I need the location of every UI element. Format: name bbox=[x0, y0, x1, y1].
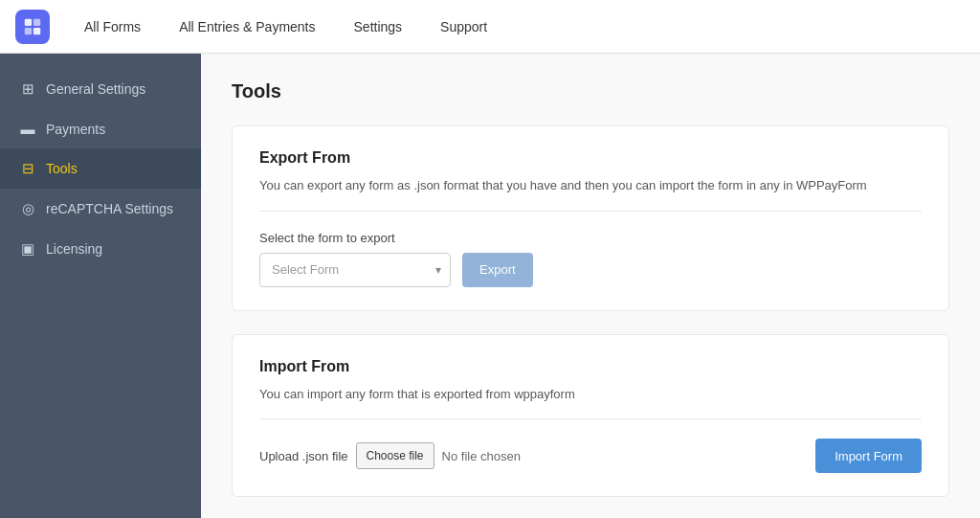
tools-icon: ⊟ bbox=[19, 160, 36, 177]
sidebar-item-label-payments: Payments bbox=[46, 122, 105, 137]
sidebar-item-tools[interactable]: ⊟ Tools bbox=[0, 148, 201, 189]
export-button[interactable]: Export bbox=[462, 253, 533, 287]
sidebar-item-general-settings[interactable]: ⊞ General Settings bbox=[0, 69, 201, 109]
nav-all-entries[interactable]: All Entries & Payments bbox=[164, 11, 330, 42]
file-input-wrapper: Choose file bbox=[356, 442, 434, 469]
main-content: Tools Export From You can export any for… bbox=[201, 54, 980, 518]
export-description: You can export any form as .json format … bbox=[259, 176, 922, 212]
nav-support[interactable]: Support bbox=[425, 11, 502, 42]
sidebar-item-label-general-settings: General Settings bbox=[46, 81, 145, 97]
nav-all-forms[interactable]: All Forms bbox=[69, 11, 156, 42]
layout: ⊞ General Settings ▬ Payments ⊟ Tools ◎ … bbox=[0, 54, 980, 518]
import-title: Import From bbox=[259, 358, 922, 375]
svg-rect-3 bbox=[33, 27, 40, 34]
import-row: Upload .json file Choose file No file ch… bbox=[259, 439, 922, 473]
app-logo bbox=[15, 10, 50, 44]
sidebar-item-payments[interactable]: ▬ Payments bbox=[0, 109, 201, 148]
general-settings-icon: ⊞ bbox=[19, 80, 36, 98]
sidebar-item-label-tools: Tools bbox=[46, 161, 78, 176]
recaptcha-icon: ◎ bbox=[19, 200, 36, 217]
sidebar-item-licensing[interactable]: ▣ Licensing bbox=[0, 229, 201, 269]
import-card: Import From You can import any form that… bbox=[232, 334, 949, 498]
page-title: Tools bbox=[232, 80, 949, 102]
import-button[interactable]: Import Form bbox=[815, 439, 922, 473]
svg-rect-0 bbox=[25, 18, 32, 25]
export-title: Export From bbox=[259, 149, 922, 167]
export-form-label: Select the form to export bbox=[259, 231, 922, 245]
import-description: You can import any form that is exported… bbox=[259, 385, 922, 420]
payments-icon: ▬ bbox=[19, 121, 36, 137]
file-upload-row: Upload .json file Choose file No file ch… bbox=[259, 442, 521, 469]
licensing-icon: ▣ bbox=[19, 240, 36, 258]
upload-label: Upload .json file bbox=[259, 449, 348, 463]
no-file-text: No file chosen bbox=[442, 449, 521, 463]
export-card: Export From You can export any form as .… bbox=[232, 125, 949, 311]
choose-file-button[interactable]: Choose file bbox=[356, 442, 434, 469]
sidebar: ⊞ General Settings ▬ Payments ⊟ Tools ◎ … bbox=[0, 54, 201, 518]
sidebar-item-recaptcha[interactable]: ◎ reCAPTCHA Settings bbox=[0, 189, 201, 229]
select-form-dropdown[interactable]: Select Form bbox=[259, 253, 451, 287]
svg-rect-1 bbox=[33, 18, 40, 25]
svg-rect-2 bbox=[25, 27, 32, 34]
select-form-wrap: Select Form ▾ bbox=[259, 253, 451, 287]
export-form-row: Select Form ▾ Export bbox=[259, 253, 922, 287]
nav-settings[interactable]: Settings bbox=[339, 11, 418, 42]
top-nav: All Forms All Entries & Payments Setting… bbox=[0, 0, 980, 54]
sidebar-item-label-licensing: Licensing bbox=[46, 241, 102, 257]
sidebar-item-label-recaptcha: reCAPTCHA Settings bbox=[46, 201, 173, 216]
